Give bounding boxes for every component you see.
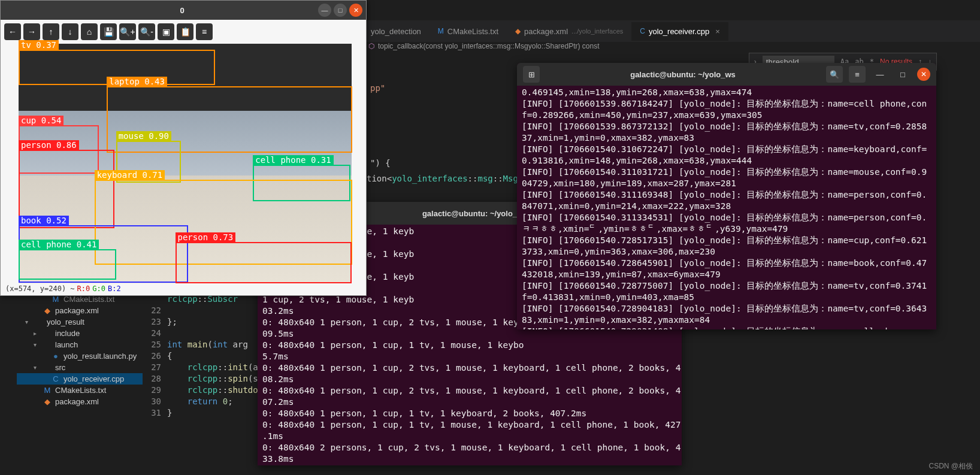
chevron-icon: ▾ xyxy=(25,319,31,325)
menu-icon[interactable]: ≡ xyxy=(849,66,866,83)
tree-item-yolo_result[interactable]: ▾yolo_result xyxy=(17,316,143,328)
status-red: R:0 xyxy=(77,285,90,294)
code-line: 23}; xyxy=(147,316,258,328)
status-blue: B:2 xyxy=(108,285,121,294)
code-text: rclcpp::spin(s xyxy=(167,373,258,385)
zoom-out-icon[interactable]: 🔍- xyxy=(138,23,155,40)
maximize-icon[interactable]: □ xyxy=(894,66,911,83)
code-text: { xyxy=(167,350,172,362)
minimize-icon[interactable]: — xyxy=(318,4,331,17)
code-line: 27 rclcpp::init(a xyxy=(147,362,258,373)
tree-item-src[interactable]: ▾src xyxy=(17,362,143,373)
tab-yolo_receiver-cpp[interactable]: Cyolo_receiver.cpp× xyxy=(631,22,728,41)
tab-package-xml[interactable]: ◆package.xml.../yolo_interfaces xyxy=(507,22,631,41)
tab-label: yolo_detection xyxy=(371,27,421,36)
search-icon[interactable]: 🔍 xyxy=(826,66,843,83)
home-icon[interactable]: ⌂ xyxy=(81,23,98,40)
code-editor[interactable]: rclcpp::Subscr2223};2425int main(int arg… xyxy=(147,294,258,419)
fit-icon[interactable]: ▣ xyxy=(158,23,174,40)
file-icon: C xyxy=(52,374,60,383)
tree-label: package.xml xyxy=(55,397,99,406)
window-titlebar: 0 — □ ✕ xyxy=(1,1,366,20)
tree-item-yolo_result-launch-py[interactable]: ●yolo_result.launch.py xyxy=(17,350,143,362)
line-number: 29 xyxy=(147,385,167,396)
tab-cmakelists-txt[interactable]: MCMakeLists.txt xyxy=(429,22,507,41)
file-icon: ◆ xyxy=(43,397,52,406)
close-icon[interactable]: × xyxy=(715,27,720,36)
file-icon: ◆ xyxy=(515,27,521,35)
code-line: 26{ xyxy=(147,350,258,362)
detection-label: cup 0.54 xyxy=(19,116,63,125)
arrow-up-icon[interactable]: ↑ xyxy=(43,23,59,40)
file-icon: ● xyxy=(52,352,60,361)
breadcrumb-text: topic_callback(const yolo_interfaces::ms… xyxy=(378,42,600,50)
detection-label: person 0.86 xyxy=(19,140,79,150)
tab-yolo_detection[interactable]: yolo_detection xyxy=(362,22,429,41)
detection-box: cell phone 0.41 xyxy=(19,249,116,280)
tree-item-cmakelists-txt[interactable]: MCMakeLists.txt xyxy=(17,385,143,396)
code-text: int main(int arg xyxy=(167,339,248,350)
tree-label: package.xml xyxy=(55,306,99,315)
detection-label: laptop 0.43 xyxy=(107,77,167,86)
tree-item-package-xml[interactable]: ◆package.xml xyxy=(17,305,143,316)
detection-label: person 0.73 xyxy=(176,232,236,242)
tree-label: CMakeLists.txt xyxy=(63,295,114,304)
file-icon: M xyxy=(52,295,60,304)
arrow-down-icon[interactable]: ↓ xyxy=(62,23,78,40)
tree-item-include[interactable]: ▸include xyxy=(17,328,143,339)
chevron-icon: ▸ xyxy=(34,330,40,337)
status-green: G:0 xyxy=(92,285,105,294)
code-text: rclcpp::init(a xyxy=(167,362,258,373)
line-number: 22 xyxy=(147,305,167,316)
settings-icon[interactable]: ≡ xyxy=(196,23,213,40)
detection-label: keyboard 0.71 xyxy=(95,170,165,180)
code-fragment: tion<yolo_interfaces::msg::Msgy xyxy=(367,174,523,183)
arrow-right-icon[interactable]: → xyxy=(23,23,40,40)
chevron-icon: ▾ xyxy=(34,341,40,348)
watermark: CSDN @相俟 xyxy=(928,461,973,471)
arrow-left-icon[interactable]: ← xyxy=(4,23,21,40)
image-viewer-window: 0 — □ ✕ ←→↑↓⌂💾🔍+🔍-▣📋≡ tv 0.37laptop 0.43… xyxy=(0,0,367,296)
save-icon[interactable]: 💾 xyxy=(100,23,117,40)
code-fragment: ") { xyxy=(370,158,391,168)
cube-icon: ⬡ xyxy=(368,42,374,50)
close-icon[interactable]: ✕ xyxy=(917,68,930,81)
tab-label: package.xml xyxy=(524,27,568,36)
code-fragment: pp" xyxy=(370,83,385,93)
status-bar: (x=574, y=240) ~ R:0 G:0 B:2 xyxy=(1,283,366,295)
detection-label: tv 0.37 xyxy=(19,40,59,50)
tree-item-package-xml[interactable]: ◆package.xml xyxy=(17,396,143,407)
file-icon: C xyxy=(640,27,645,35)
new-tab-icon[interactable]: ⊞ xyxy=(523,66,540,83)
detection-label: cell phone 0.41 xyxy=(19,240,99,249)
code-text: }; xyxy=(167,316,177,328)
detection-box: person 0.73 xyxy=(176,242,352,283)
terminal-title: galactic@ubuntu: ~/yolo_ws xyxy=(540,69,826,80)
tree-item-yolo_receiver-cpp[interactable]: Cyolo_receiver.cpp xyxy=(17,373,143,385)
line-number: 28 xyxy=(147,373,167,385)
code-line: 22 xyxy=(147,305,258,316)
tab-path: .../yolo_interfaces xyxy=(571,28,623,35)
terminal-body[interactable]: 0.469145,xmin=138,ymin=268,xmax=638,ymax… xyxy=(517,86,936,329)
code-line: 30 return 0; xyxy=(147,396,258,407)
chevron-icon: ▾ xyxy=(34,364,40,371)
detection-label: mouse 0.90 xyxy=(116,131,171,141)
line-number: 26 xyxy=(147,350,167,362)
terminal-right[interactable]: ⊞ galactic@ubuntu: ~/yolo_ws 🔍 ≡ — □ ✕ 0… xyxy=(517,63,936,329)
close-icon[interactable]: ✕ xyxy=(349,4,362,17)
line-number: 25 xyxy=(147,339,167,350)
line-number: 24 xyxy=(147,328,167,339)
clipboard-icon[interactable]: 📋 xyxy=(177,23,193,40)
zoom-in-icon[interactable]: 🔍+ xyxy=(119,23,136,40)
minimize-icon[interactable]: — xyxy=(872,66,888,83)
code-line: 28 rclcpp::spin(s xyxy=(147,373,258,385)
detection-label: book 0.52 xyxy=(19,216,69,225)
tab-label: yolo_receiver.cpp xyxy=(649,27,709,36)
terminal-titlebar: ⊞ galactic@ubuntu: ~/yolo_ws 🔍 ≡ — □ ✕ xyxy=(517,63,936,86)
tree-label: launch xyxy=(55,340,78,349)
tree-label: yolo_receiver.cpp xyxy=(63,374,124,383)
maximize-icon[interactable]: □ xyxy=(334,4,347,17)
code-line: 25int main(int arg xyxy=(147,339,258,350)
tree-item-launch[interactable]: ▾launch xyxy=(17,339,143,350)
file-icon: M xyxy=(43,386,52,395)
